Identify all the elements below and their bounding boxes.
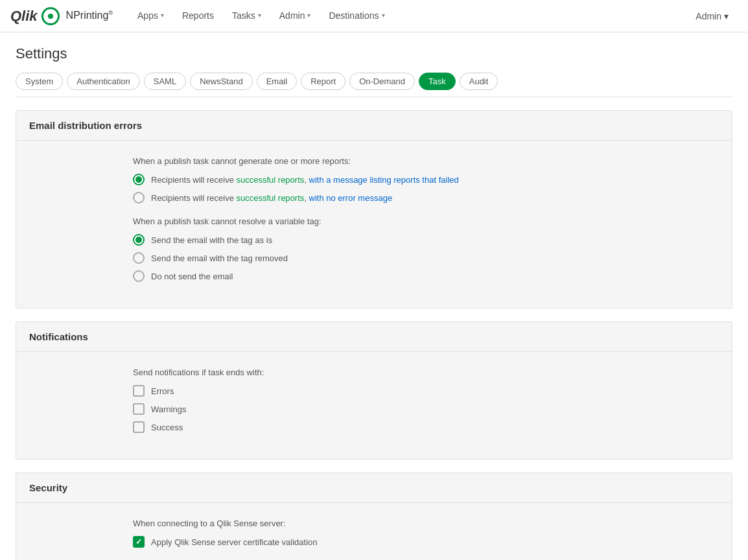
tab-saml[interactable]: SAML [144,73,186,90]
tab-email[interactable]: Email [257,73,298,90]
radio-option-1a: Recipients will receive successful repor… [133,174,719,185]
nav-reports[interactable]: Reports [173,0,223,32]
radio-1a-label[interactable]: Recipients will receive successful repor… [151,175,459,185]
nav-admin-user[interactable]: Admin ▾ [686,0,738,32]
notifications-body: Send notifications if task ends with: Er… [16,352,732,459]
qlik-circle-icon [41,7,60,25]
radio-2c-label[interactable]: Do not send the email [151,272,233,281]
email-distribution-title: Email distribution errors [16,111,732,141]
brand: Qlik NPrinting® [10,7,113,25]
tab-task[interactable]: Task [419,73,456,90]
checkbox-warnings-input[interactable] [133,403,145,415]
checkbox-errors-input[interactable] [133,385,145,397]
checkbox-warnings: Warnings [133,403,719,415]
nprinting-title: NPrinting® [66,10,113,21]
radio-1b-input[interactable] [133,192,145,204]
nav-tasks[interactable]: Tasks ▾ [223,0,270,32]
destinations-caret-icon: ▾ [382,12,385,19]
radio-group-2: Send the email with the tag as is Send t… [133,234,719,282]
radio-1a-input[interactable] [133,174,145,185]
settings-tabs: System Authentication SAML NewsStand Ema… [16,73,732,97]
admin-nav-caret-icon: ▾ [307,12,310,19]
tab-report[interactable]: Report [301,73,345,90]
security-title: Security [16,473,732,503]
qlik-wordmark: Qlik [10,8,38,25]
notifications-label: Send notifications if task ends with: [133,368,719,377]
email-distribution-section: Email distribution errors When a publish… [16,110,732,309]
tab-on-demand[interactable]: On-Demand [349,73,415,90]
radio-2a-input[interactable] [133,234,145,246]
notifications-section: Notifications Send notifications if task… [16,321,732,460]
notifications-title: Notifications [16,322,732,352]
navbar: Qlik NPrinting® Apps ▾ Reports Tasks ▾ A… [0,0,748,32]
security-label: When connecting to a Qlik Sense server: [133,519,719,528]
tab-newsstand[interactable]: NewsStand [190,73,252,90]
checkbox-success-label[interactable]: Success [151,423,183,432]
nav-items: Apps ▾ Reports Tasks ▾ Admin ▾ Destinati… [128,0,686,32]
checkbox-success: Success [133,421,719,433]
question1-label: When a publish task cannot generate one … [133,156,719,166]
tab-authentication[interactable]: Authentication [67,73,139,90]
radio-option-2a: Send the email with the tag as is [133,234,719,246]
nav-destinations[interactable]: Destinations ▾ [320,0,393,32]
nav-right: Admin ▾ [686,0,738,32]
checkbox-cert-input[interactable] [133,536,145,548]
question2-label: When a publish task cannot resolve a var… [133,216,719,226]
email-distribution-body: When a publish task cannot generate one … [16,141,732,308]
checkbox-cert-label[interactable]: Apply Qlik Sense server certificate vali… [151,537,318,547]
tasks-caret-icon: ▾ [258,12,261,19]
radio-option-2b: Send the email with the tag removed [133,252,719,264]
qlik-logo: Qlik [10,7,60,25]
security-section: Security When connecting to a Qlik Sense… [16,472,732,560]
apps-caret-icon: ▾ [161,12,164,19]
checkbox-warnings-label[interactable]: Warnings [151,404,186,414]
radio-option-2c: Do not send the email [133,270,719,282]
checkbox-success-input[interactable] [133,421,145,433]
radio-2b-label[interactable]: Send the email with the tag removed [151,253,288,263]
checkbox-cert-validation: Apply Qlik Sense server certificate vali… [133,536,719,548]
radio-group-1: Recipients will receive successful repor… [133,174,719,204]
radio-option-1b: Recipients will receive successful repor… [133,192,719,204]
radio-2a-label[interactable]: Send the email with the tag as is [151,235,272,245]
page-title: Settings [16,45,732,62]
security-body: When connecting to a Qlik Sense server: … [16,503,732,560]
tab-system[interactable]: System [16,73,63,90]
page-content: Settings System Authentication SAML News… [0,32,748,560]
checkbox-errors-label[interactable]: Errors [151,386,174,396]
radio-1b-label[interactable]: Recipients will receive successful repor… [151,193,392,203]
checkbox-errors: Errors [133,385,719,397]
radio-2c-input[interactable] [133,270,145,282]
tab-audit[interactable]: Audit [460,73,498,90]
admin-user-caret-icon: ▾ [724,11,729,21]
security-checkboxes: Apply Qlik Sense server certificate vali… [133,536,719,548]
nav-admin[interactable]: Admin ▾ [270,0,320,32]
radio-2b-input[interactable] [133,252,145,264]
notifications-checkboxes: Errors Warnings Success [133,385,719,433]
nav-apps[interactable]: Apps ▾ [128,0,173,32]
